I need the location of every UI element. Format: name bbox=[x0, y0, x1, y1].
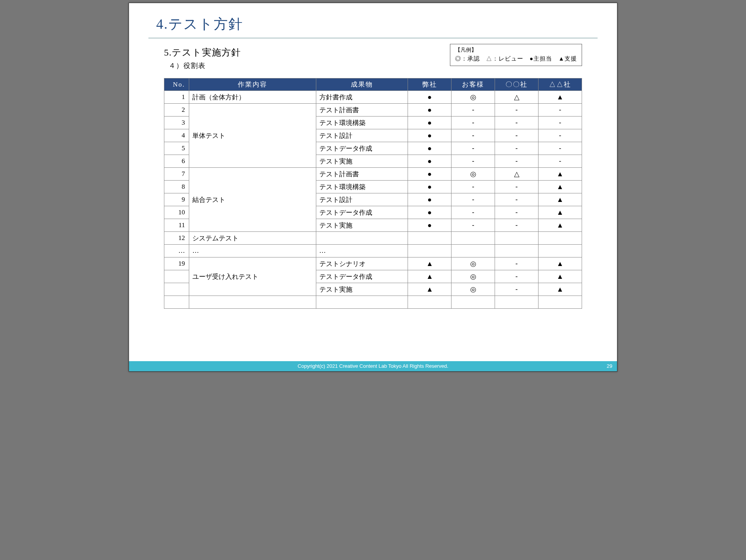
cell-work bbox=[189, 296, 316, 309]
cell-deliverable: テストデータ作成 bbox=[316, 206, 408, 219]
cell-deliverable: テスト環境構築 bbox=[316, 181, 408, 193]
cell-c1: ● bbox=[408, 219, 451, 232]
cell-no: 11 bbox=[164, 219, 189, 232]
cell-no: 7 bbox=[164, 168, 189, 181]
cell-work: … bbox=[189, 245, 316, 257]
table-row: 1計画（全体方針）方針書作成●◎△▲ bbox=[164, 91, 582, 104]
cell-c2 bbox=[451, 245, 495, 257]
cell-c4: ▲ bbox=[539, 168, 582, 181]
cell-c4 bbox=[539, 296, 582, 309]
cell-no: 4 bbox=[164, 129, 189, 142]
cell-deliverable: テスト環境構築 bbox=[316, 117, 408, 129]
cell-c3 bbox=[495, 232, 539, 245]
cell-no: 8 bbox=[164, 181, 189, 193]
cell-c3: - bbox=[495, 129, 539, 142]
cell-no bbox=[164, 296, 189, 309]
cell-deliverable: テスト計画書 bbox=[316, 104, 408, 117]
cell-work: 計画（全体方針） bbox=[189, 91, 316, 104]
cell-c2: ◎ bbox=[451, 257, 495, 270]
table-row: 7結合テストテスト計画書●◎△▲ bbox=[164, 168, 582, 181]
cell-c3: - bbox=[495, 193, 539, 206]
cell-c3: - bbox=[495, 283, 539, 296]
cell-no: 5 bbox=[164, 142, 189, 155]
col-deliv: 成果物 bbox=[316, 78, 408, 91]
sub-area: 5.テスト実施方針 ４）役割表 【凡例】 ◎：承認 △：レビュー ●主担当 ▲支… bbox=[148, 46, 598, 309]
cell-c4: ▲ bbox=[539, 219, 582, 232]
cell-c2 bbox=[451, 296, 495, 309]
legend-box: 【凡例】 ◎：承認 △：レビュー ●主担当 ▲支援 bbox=[450, 44, 582, 66]
cell-no: … bbox=[164, 245, 189, 257]
cell-c4: ▲ bbox=[539, 257, 582, 270]
cell-c2: - bbox=[451, 155, 495, 168]
cell-deliverable: テスト実施 bbox=[316, 155, 408, 168]
col-work: 作業内容 bbox=[189, 78, 316, 91]
cell-c1: ● bbox=[408, 91, 451, 104]
cell-work: 単体テスト bbox=[189, 104, 316, 168]
cell-no: 1 bbox=[164, 91, 189, 104]
cell-c4 bbox=[539, 232, 582, 245]
cell-c2: - bbox=[451, 129, 495, 142]
cell-c4 bbox=[539, 245, 582, 257]
cell-c2: - bbox=[451, 193, 495, 206]
cell-deliverable: 方針書作成 bbox=[316, 91, 408, 104]
cell-c2: ◎ bbox=[451, 91, 495, 104]
cell-deliverable: … bbox=[316, 245, 408, 257]
cell-deliverable bbox=[316, 296, 408, 309]
cell-c1: ▲ bbox=[408, 283, 451, 296]
cell-c1: ▲ bbox=[408, 270, 451, 283]
cell-work: システムテスト bbox=[189, 232, 316, 245]
cell-c2: - bbox=[451, 206, 495, 219]
cell-deliverable: テストデータ作成 bbox=[316, 270, 408, 283]
cell-c3: - bbox=[495, 117, 539, 129]
cell-c4: - bbox=[539, 129, 582, 142]
table-row: 12システムテスト bbox=[164, 232, 582, 245]
col-c3: 〇〇社 bbox=[495, 78, 539, 91]
cell-no: 19 bbox=[164, 257, 189, 270]
page-number: 29 bbox=[607, 361, 612, 371]
cell-c3: - bbox=[495, 142, 539, 155]
cell-c3: △ bbox=[495, 91, 539, 104]
cell-c1 bbox=[408, 232, 451, 245]
cell-deliverable: テスト実施 bbox=[316, 283, 408, 296]
cell-no: 12 bbox=[164, 232, 189, 245]
cell-c1: ● bbox=[408, 193, 451, 206]
cell-c3: - bbox=[495, 257, 539, 270]
cell-c1: ● bbox=[408, 168, 451, 181]
table-row: 19ユーザ受け入れテストテストシナリオ▲◎-▲ bbox=[164, 257, 582, 270]
footer-bar: Copyright(c) 2021 Creative Content Lab T… bbox=[129, 361, 617, 371]
cell-c2: ◎ bbox=[451, 283, 495, 296]
cell-no: 9 bbox=[164, 193, 189, 206]
col-c4: △△社 bbox=[539, 78, 582, 91]
role-table: No. 作業内容 成果物 弊社 お客様 〇〇社 △△社 1計画（全体方針）方針書… bbox=[164, 78, 582, 309]
cell-c3: - bbox=[495, 206, 539, 219]
cell-work: 結合テスト bbox=[189, 168, 316, 232]
cell-c4: - bbox=[539, 104, 582, 117]
cell-c1: ● bbox=[408, 104, 451, 117]
cell-no: 3 bbox=[164, 117, 189, 129]
cell-c1: ● bbox=[408, 117, 451, 129]
cell-deliverable: テストデータ作成 bbox=[316, 142, 408, 155]
cell-deliverable: テストシナリオ bbox=[316, 257, 408, 270]
cell-work: ユーザ受け入れテスト bbox=[189, 257, 316, 296]
cell-c1: ● bbox=[408, 155, 451, 168]
cell-c4: - bbox=[539, 142, 582, 155]
col-no: No. bbox=[164, 78, 189, 91]
slide-page: 4.テスト方針 5.テスト実施方針 ４）役割表 【凡例】 ◎：承認 △：レビュー… bbox=[129, 3, 617, 372]
cell-no: 10 bbox=[164, 206, 189, 219]
cell-c2 bbox=[451, 232, 495, 245]
cell-deliverable: テスト計画書 bbox=[316, 168, 408, 181]
cell-deliverable: テスト設計 bbox=[316, 193, 408, 206]
cell-c3 bbox=[495, 245, 539, 257]
cell-c2: ◎ bbox=[451, 168, 495, 181]
cell-c1: ● bbox=[408, 142, 451, 155]
cell-c3: - bbox=[495, 270, 539, 283]
content-area: 4.テスト方針 5.テスト実施方針 ４）役割表 【凡例】 ◎：承認 △：レビュー… bbox=[129, 3, 617, 309]
cell-c3: △ bbox=[495, 168, 539, 181]
table-row bbox=[164, 296, 582, 309]
table-header-row: No. 作業内容 成果物 弊社 お客様 〇〇社 △△社 bbox=[164, 78, 582, 91]
cell-c1: ● bbox=[408, 206, 451, 219]
cell-c4: ▲ bbox=[539, 206, 582, 219]
cell-c1 bbox=[408, 245, 451, 257]
cell-c2: - bbox=[451, 181, 495, 193]
table-row: 2単体テストテスト計画書●--- bbox=[164, 104, 582, 117]
